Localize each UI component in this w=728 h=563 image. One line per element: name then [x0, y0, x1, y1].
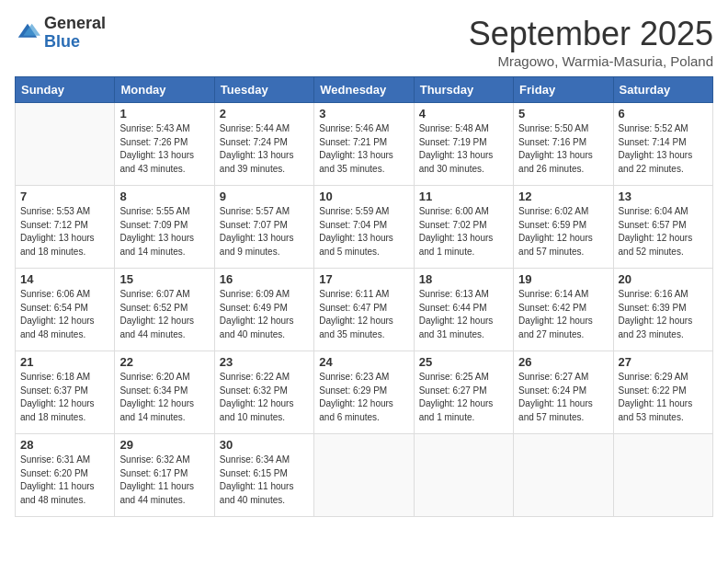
day-number: 24: [319, 355, 408, 369]
page-header: General Blue September 2025 Mragowo, War…: [15, 15, 713, 69]
day-info: Sunrise: 6:34 AM Sunset: 6:15 PM Dayligh…: [220, 454, 309, 507]
calendar-body: 1 Sunrise: 5:43 AM Sunset: 7:26 PM Dayli…: [16, 103, 713, 517]
day-number: 22: [119, 355, 209, 369]
calendar-cell: 4 Sunrise: 5:48 AM Sunset: 7:19 PM Dayli…: [414, 103, 513, 186]
day-number: 26: [518, 355, 608, 369]
day-info: Sunrise: 5:52 AM Sunset: 7:14 PM Dayligh…: [619, 122, 708, 176]
day-number: 16: [220, 272, 309, 286]
logo-icon: [15, 20, 40, 46]
header-row: SundayMondayTuesdayWednesdayThursdayFrid…: [16, 77, 713, 103]
calendar-cell: 8 Sunrise: 5:55 AM Sunset: 7:09 PM Dayli…: [115, 186, 214, 269]
day-info: Sunrise: 6:06 AM Sunset: 6:54 PM Dayligh…: [20, 288, 109, 341]
calendar-cell: 7 Sunrise: 5:53 AM Sunset: 7:12 PM Dayli…: [16, 186, 115, 269]
header-day-sunday: Sunday: [16, 77, 115, 103]
day-number: 25: [419, 355, 508, 369]
location: Mragowo, Warmia-Masuria, Poland: [469, 53, 713, 69]
calendar-cell: [16, 103, 115, 186]
week-row-5: 28 Sunrise: 6:31 AM Sunset: 6:20 PM Dayl…: [16, 434, 713, 517]
day-number: 3: [319, 107, 408, 121]
calendar-cell: 5 Sunrise: 5:50 AM Sunset: 7:16 PM Dayli…: [514, 103, 613, 186]
calendar-cell: 24 Sunrise: 6:23 AM Sunset: 6:29 PM Dayl…: [314, 351, 414, 434]
day-info: Sunrise: 6:11 AM Sunset: 6:47 PM Dayligh…: [319, 288, 408, 341]
header-day-friday: Friday: [514, 77, 613, 103]
day-info: Sunrise: 6:31 AM Sunset: 6:20 PM Dayligh…: [20, 454, 109, 507]
day-number: 15: [119, 272, 209, 286]
calendar-cell: 21 Sunrise: 6:18 AM Sunset: 6:37 PM Dayl…: [16, 351, 115, 434]
day-number: 10: [319, 190, 408, 203]
calendar-cell: 15 Sunrise: 6:07 AM Sunset: 6:52 PM Dayl…: [115, 269, 214, 351]
day-info: Sunrise: 6:16 AM Sunset: 6:39 PM Dayligh…: [619, 288, 708, 341]
calendar-cell: 26 Sunrise: 6:27 AM Sunset: 6:24 PM Dayl…: [514, 351, 613, 434]
calendar-cell: 19 Sunrise: 6:14 AM Sunset: 6:42 PM Dayl…: [514, 269, 613, 351]
month-title: September 2025: [469, 15, 713, 53]
calendar-cell: 18 Sunrise: 6:13 AM Sunset: 6:44 PM Dayl…: [414, 269, 513, 351]
calendar-cell: 20 Sunrise: 6:16 AM Sunset: 6:39 PM Dayl…: [613, 269, 712, 351]
header-day-saturday: Saturday: [613, 77, 712, 103]
day-number: 30: [220, 438, 309, 452]
day-number: 28: [20, 438, 109, 452]
day-number: 11: [419, 190, 508, 203]
day-info: Sunrise: 6:22 AM Sunset: 6:32 PM Dayligh…: [220, 371, 309, 424]
day-number: 6: [619, 107, 708, 121]
day-info: Sunrise: 5:43 AM Sunset: 7:26 PM Dayligh…: [119, 122, 209, 176]
day-number: 1: [119, 107, 209, 121]
calendar-cell: [514, 434, 613, 517]
calendar-cell: 2 Sunrise: 5:44 AM Sunset: 7:24 PM Dayli…: [214, 103, 313, 186]
logo: General Blue: [15, 15, 106, 52]
day-info: Sunrise: 5:55 AM Sunset: 7:09 PM Dayligh…: [119, 205, 209, 259]
day-info: Sunrise: 5:46 AM Sunset: 7:21 PM Dayligh…: [319, 122, 408, 176]
day-number: 23: [220, 355, 309, 369]
day-info: Sunrise: 6:27 AM Sunset: 6:24 PM Dayligh…: [518, 371, 608, 424]
calendar-cell: 6 Sunrise: 5:52 AM Sunset: 7:14 PM Dayli…: [613, 103, 712, 186]
calendar-table: SundayMondayTuesdayWednesdayThursdayFrid…: [15, 76, 713, 517]
calendar-cell: 16 Sunrise: 6:09 AM Sunset: 6:49 PM Dayl…: [214, 269, 313, 351]
day-number: 4: [419, 107, 508, 121]
logo-blue: Blue: [44, 33, 106, 52]
calendar-cell: 28 Sunrise: 6:31 AM Sunset: 6:20 PM Dayl…: [16, 434, 115, 517]
calendar-cell: 25 Sunrise: 6:25 AM Sunset: 6:27 PM Dayl…: [414, 351, 513, 434]
header-day-tuesday: Tuesday: [214, 77, 313, 103]
day-number: 2: [220, 107, 309, 121]
day-number: 20: [619, 272, 708, 286]
week-row-3: 14 Sunrise: 6:06 AM Sunset: 6:54 PM Dayl…: [16, 269, 713, 351]
day-number: 5: [518, 107, 608, 121]
day-number: 19: [518, 272, 608, 286]
day-number: 29: [119, 438, 209, 452]
header-day-monday: Monday: [115, 77, 214, 103]
calendar-cell: 9 Sunrise: 5:57 AM Sunset: 7:07 PM Dayli…: [214, 186, 313, 269]
day-info: Sunrise: 5:50 AM Sunset: 7:16 PM Dayligh…: [518, 122, 608, 176]
day-info: Sunrise: 6:13 AM Sunset: 6:44 PM Dayligh…: [419, 288, 508, 341]
calendar-cell: 14 Sunrise: 6:06 AM Sunset: 6:54 PM Dayl…: [16, 269, 115, 351]
calendar-header: SundayMondayTuesdayWednesdayThursdayFrid…: [16, 77, 713, 103]
calendar-cell: 3 Sunrise: 5:46 AM Sunset: 7:21 PM Dayli…: [314, 103, 414, 186]
day-number: 13: [619, 190, 708, 203]
day-info: Sunrise: 6:14 AM Sunset: 6:42 PM Dayligh…: [518, 288, 608, 341]
day-number: 14: [20, 272, 109, 286]
calendar-cell: 22 Sunrise: 6:20 AM Sunset: 6:34 PM Dayl…: [115, 351, 214, 434]
calendar-cell: 23 Sunrise: 6:22 AM Sunset: 6:32 PM Dayl…: [214, 351, 313, 434]
day-number: 21: [20, 355, 109, 369]
day-info: Sunrise: 6:23 AM Sunset: 6:29 PM Dayligh…: [319, 371, 408, 424]
calendar-cell: 27 Sunrise: 6:29 AM Sunset: 6:22 PM Dayl…: [613, 351, 712, 434]
day-number: 7: [20, 190, 109, 203]
calendar-cell: 13 Sunrise: 6:04 AM Sunset: 6:57 PM Dayl…: [613, 186, 712, 269]
week-row-2: 7 Sunrise: 5:53 AM Sunset: 7:12 PM Dayli…: [16, 186, 713, 269]
header-day-wednesday: Wednesday: [314, 77, 414, 103]
calendar-cell: 29 Sunrise: 6:32 AM Sunset: 6:17 PM Dayl…: [115, 434, 214, 517]
day-info: Sunrise: 6:32 AM Sunset: 6:17 PM Dayligh…: [119, 454, 209, 507]
calendar-cell: 17 Sunrise: 6:11 AM Sunset: 6:47 PM Dayl…: [314, 269, 414, 351]
day-info: Sunrise: 6:00 AM Sunset: 7:02 PM Dayligh…: [419, 205, 508, 259]
day-info: Sunrise: 6:09 AM Sunset: 6:49 PM Dayligh…: [220, 288, 309, 341]
week-row-4: 21 Sunrise: 6:18 AM Sunset: 6:37 PM Dayl…: [16, 351, 713, 434]
day-info: Sunrise: 6:25 AM Sunset: 6:27 PM Dayligh…: [419, 371, 508, 424]
day-info: Sunrise: 5:44 AM Sunset: 7:24 PM Dayligh…: [220, 122, 309, 176]
calendar-cell: [414, 434, 513, 517]
day-info: Sunrise: 6:07 AM Sunset: 6:52 PM Dayligh…: [119, 288, 209, 341]
day-info: Sunrise: 5:48 AM Sunset: 7:19 PM Dayligh…: [419, 122, 508, 176]
day-number: 17: [319, 272, 408, 286]
day-info: Sunrise: 5:59 AM Sunset: 7:04 PM Dayligh…: [319, 205, 408, 259]
day-info: Sunrise: 6:02 AM Sunset: 6:59 PM Dayligh…: [518, 205, 608, 259]
day-number: 8: [119, 190, 209, 203]
day-info: Sunrise: 5:53 AM Sunset: 7:12 PM Dayligh…: [20, 205, 109, 259]
day-number: 27: [619, 355, 708, 369]
